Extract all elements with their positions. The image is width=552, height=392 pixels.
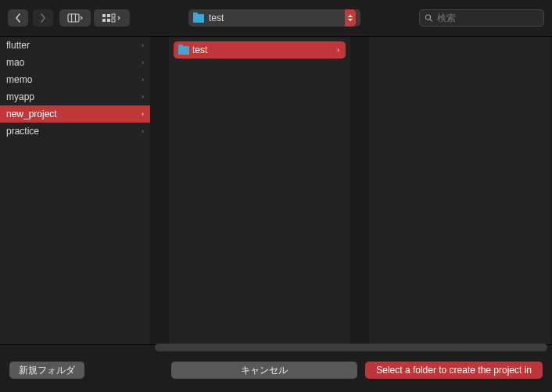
svg-rect-5 <box>102 19 106 22</box>
search-input[interactable] <box>437 12 539 23</box>
view-columns-button[interactable] <box>59 9 91 27</box>
list-item[interactable]: new_project› <box>0 105 150 123</box>
svg-point-9 <box>425 15 430 20</box>
nav-forward-button <box>33 9 53 27</box>
list-item-label: new_project <box>5 109 57 119</box>
confirm-button[interactable]: Select a folder to create the project in <box>365 362 543 379</box>
svg-rect-7 <box>112 14 115 17</box>
chevron-right-icon: › <box>142 41 144 49</box>
list-item[interactable]: mao› <box>0 54 150 71</box>
search-field[interactable] <box>419 9 544 27</box>
svg-rect-0 <box>68 14 79 22</box>
chevron-right-icon: › <box>142 76 144 84</box>
svg-line-10 <box>430 20 432 22</box>
folder-icon <box>193 14 204 23</box>
chevron-right-icon: › <box>142 59 144 66</box>
browser-column-2[interactable]: test› <box>169 37 350 344</box>
search-icon <box>425 13 433 23</box>
footer-bar: 新規フォルダ キャンセル Select a folder to create t… <box>0 356 552 392</box>
list-item-label: myapp <box>5 91 34 102</box>
chevron-right-icon: › <box>337 46 339 54</box>
svg-rect-3 <box>102 14 106 17</box>
browser-column-3[interactable] <box>369 37 550 344</box>
list-item-label: memo <box>5 74 32 85</box>
list-item[interactable]: myapp› <box>0 88 150 105</box>
list-item[interactable]: flutter› <box>0 37 150 54</box>
grid-icon <box>102 13 122 23</box>
nav-back-button[interactable] <box>8 9 28 27</box>
list-item-label: mao <box>5 57 24 68</box>
folder-icon <box>178 46 189 55</box>
browser-column-1[interactable]: flutter›mao›memo›myapp›new_project›pract… <box>0 37 150 344</box>
chevron-right-icon: › <box>142 93 144 101</box>
svg-rect-8 <box>112 19 115 22</box>
list-item[interactable]: memo› <box>0 71 150 88</box>
columns-icon <box>67 13 83 23</box>
view-mode-group <box>59 9 130 27</box>
path-popup-button[interactable]: test <box>188 9 360 27</box>
list-item[interactable]: practice› <box>0 123 150 140</box>
list-item[interactable]: test› <box>174 41 346 59</box>
horizontal-scrollbar-track[interactable] <box>155 344 547 351</box>
list-item-label: flutter <box>5 40 30 51</box>
new-folder-button[interactable]: 新規フォルダ <box>9 362 84 379</box>
view-group-button[interactable] <box>94 9 130 27</box>
column-browser: flutter›mao›memo›myapp›new_project›pract… <box>0 36 552 345</box>
path-stepper-icon <box>345 9 356 27</box>
path-label: test <box>209 12 340 23</box>
chevron-right-icon <box>40 13 46 23</box>
cancel-button[interactable]: キャンセル <box>171 362 357 379</box>
list-item-label: practice <box>5 126 39 137</box>
svg-rect-4 <box>107 14 110 17</box>
svg-rect-6 <box>107 19 110 22</box>
toolbar: test <box>0 0 552 34</box>
list-item-label: test <box>189 45 207 55</box>
chevron-right-icon: › <box>142 110 144 118</box>
chevron-left-icon <box>15 13 21 23</box>
chevron-right-icon: › <box>142 127 144 135</box>
horizontal-scrollbar-thumb[interactable] <box>155 344 547 351</box>
